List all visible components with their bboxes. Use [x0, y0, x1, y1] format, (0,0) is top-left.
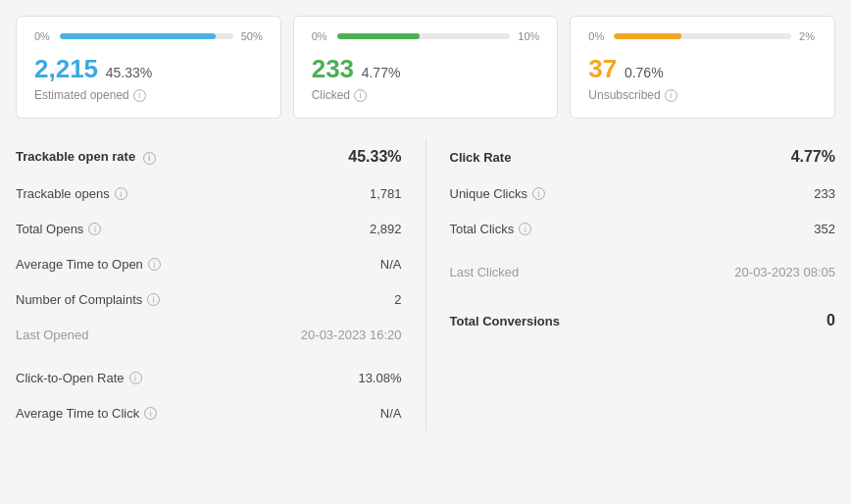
card-value-row-clicked: 233 4.77% [312, 54, 540, 84]
left-extra-stat-row: Click-to-Open Rate i 13.08% [16, 361, 402, 396]
card-pct-opened: 45.33% [106, 65, 152, 80]
card-main-value-opened: 2,215 [34, 54, 98, 83]
progress-max-clicked: 10% [518, 30, 539, 42]
total-conversions-row: Total Conversions 0 [450, 298, 836, 339]
left-extra-row-value-1: N/A [380, 406, 402, 421]
progress-min-unsubscribed: 0% [588, 30, 606, 42]
left-row-value-4: 20-03-2023 16:20 [301, 328, 402, 342]
left-extra-row-label-1: Average Time to Click i [16, 406, 157, 421]
total-conversions-value: 0 [826, 312, 835, 329]
left-stat-row: Last Opened 20-03-2023 16:20 [16, 318, 402, 353]
left-row-label-2: Average Time to Open i [16, 257, 161, 272]
card-opened: 0% 50% 2,215 45.33% Estimated opened i [16, 16, 281, 119]
card-pct-unsubscribed: 0.76% [625, 65, 664, 80]
right-row-label-1: Total Clicks i [450, 222, 532, 236]
right-stats-col: Click Rate 4.77% Unique Clicks i 233 Tot… [450, 138, 836, 430]
left-extra-info-icon-0[interactable]: i [129, 372, 142, 384]
left-row-info-icon-0[interactable]: i [115, 187, 127, 200]
card-clicked: 0% 10% 233 4.77% Clicked i [293, 16, 559, 119]
card-pct-clicked: 4.77% [362, 65, 401, 80]
progress-track-unsubscribed [614, 33, 791, 39]
right-muted-stat-row: Last Clicked 20-03-2023 08:05 [450, 255, 836, 290]
right-stat-header: Click Rate 4.77% [450, 138, 836, 176]
progress-max-opened: 50% [241, 30, 263, 42]
progress-max-unsubscribed: 2% [799, 30, 817, 42]
progress-bar-clicked: 0% 10% [312, 30, 540, 42]
left-header-info-icon[interactable]: i [143, 152, 156, 165]
card-unsubscribed: 0% 2% 37 0.76% Unsubscribed i [570, 16, 835, 119]
left-extra-info-icon-1[interactable]: i [144, 407, 157, 420]
divider [426, 138, 426, 430]
left-header-label: Trackable open rate i [16, 149, 156, 165]
left-stat-row: Total Opens i 2,892 [16, 212, 402, 247]
left-stat-header: Trackable open rate i 45.33% [16, 138, 402, 176]
right-header-label: Click Rate [450, 150, 512, 165]
info-icon-opened[interactable]: i [133, 89, 146, 102]
card-value-row-unsubscribed: 37 0.76% [588, 54, 817, 84]
left-row-info-icon-3[interactable]: i [147, 293, 160, 306]
card-value-row-opened: 2,215 45.33% [34, 54, 263, 84]
progress-bar-unsubscribed: 0% 2% [588, 30, 817, 42]
right-row-value-0: 233 [814, 186, 835, 201]
card-main-value-clicked: 233 [312, 54, 354, 83]
left-row-label-3: Number of Complaints i [16, 292, 160, 307]
right-row-value-1: 352 [814, 222, 835, 236]
progress-fill-clicked [337, 33, 421, 39]
left-stats-col: Trackable open rate i 45.33% Trackable o… [16, 138, 402, 430]
progress-min-opened: 0% [34, 30, 52, 42]
left-stat-row: Trackable opens i 1,781 [16, 176, 402, 212]
right-row-info-icon-0[interactable]: i [532, 187, 545, 200]
right-row-info-icon-1[interactable]: i [519, 223, 531, 235]
card-label-unsubscribed: Unsubscribed i [588, 88, 817, 102]
left-row-label-1: Total Opens i [16, 222, 101, 236]
left-row-value-0: 1,781 [370, 186, 402, 201]
right-stat-row: Total Clicks i 352 [450, 212, 836, 247]
total-conversions-label: Total Conversions [450, 314, 560, 328]
left-row-value-1: 2,892 [370, 222, 402, 236]
left-row-label-4: Last Opened [16, 328, 88, 342]
stats-section: Trackable open rate i 45.33% Trackable o… [16, 138, 835, 430]
info-icon-clicked[interactable]: i [354, 89, 367, 102]
right-stat-row: Unique Clicks i 233 [450, 176, 836, 212]
left-header-value: 45.33% [348, 148, 401, 166]
left-extra-row-label-0: Click-to-Open Rate i [16, 371, 142, 385]
left-stat-row: Average Time to Open i N/A [16, 247, 402, 282]
info-icon-unsubscribed[interactable]: i [665, 89, 677, 102]
right-header-value: 4.77% [791, 148, 835, 166]
left-row-info-icon-2[interactable]: i [148, 258, 161, 271]
left-row-value-3: 2 [394, 292, 401, 307]
card-main-value-unsubscribed: 37 [588, 54, 617, 83]
progress-min-clicked: 0% [312, 30, 329, 42]
left-extra-stat-row: Average Time to Click i N/A [16, 396, 402, 430]
left-stat-row: Number of Complaints i 2 [16, 282, 402, 318]
right-muted-row-value-0: 20-03-2023 08:05 [734, 265, 835, 279]
left-row-info-icon-1[interactable]: i [88, 223, 101, 235]
progress-bar-opened: 0% 50% [34, 30, 263, 42]
progress-track-opened [60, 33, 233, 39]
progress-fill-opened [60, 33, 216, 39]
left-extra-row-value-0: 13.08% [358, 371, 401, 385]
card-label-clicked: Clicked i [312, 88, 540, 102]
progress-fill-unsubscribed [614, 33, 681, 39]
right-muted-row-label-0: Last Clicked [450, 265, 520, 279]
progress-track-clicked [337, 33, 511, 39]
top-cards-section: 0% 50% 2,215 45.33% Estimated opened i 0… [16, 16, 835, 119]
card-label-opened: Estimated opened i [34, 88, 263, 102]
left-row-label-0: Trackable opens i [16, 186, 127, 201]
right-row-label-0: Unique Clicks i [450, 186, 545, 201]
left-row-value-2: N/A [380, 257, 402, 272]
